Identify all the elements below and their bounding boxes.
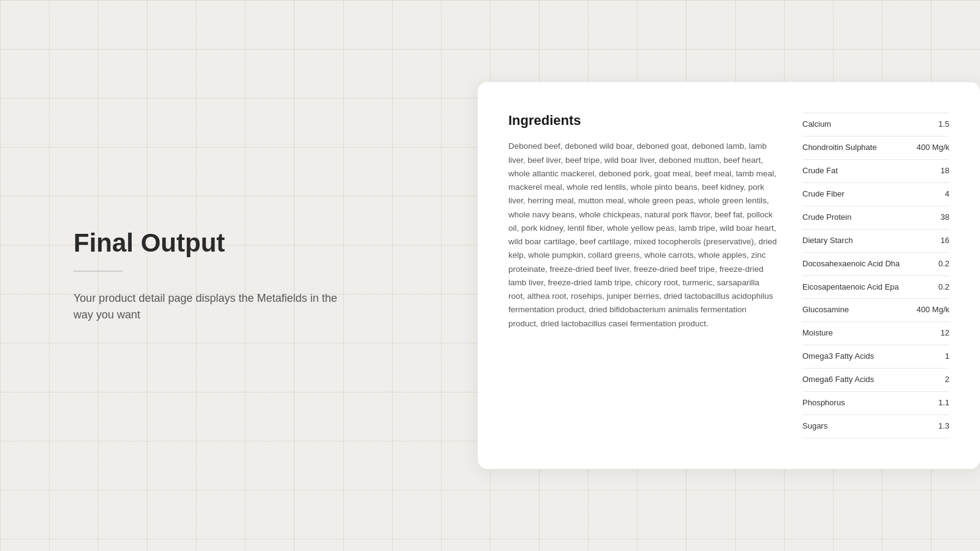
subtitle: Your product detail page displays the Me… (74, 290, 355, 323)
nutrition-row: Eicosapentaenoic Acid Epa0.2 (802, 276, 949, 299)
main-title: Final Output (74, 228, 404, 258)
nutrition-row: Crude Fiber4 (802, 182, 949, 206)
page-container: Final Output Your product detail page di… (0, 0, 980, 551)
nutrition-value: 1 (910, 345, 949, 369)
nutrition-name: Dietary Starch (802, 229, 910, 252)
nutrition-table: Calcium1.5Chondroitin Sulphate400 Mg/kCr… (802, 113, 949, 438)
nutrition-row: Sugars1.3 (802, 414, 949, 438)
nutrition-name: Crude Protein (802, 206, 910, 229)
nutrition-value: 16 (910, 229, 949, 252)
nutrition-row: Moisture12 (802, 322, 949, 345)
nutrition-value: 0.2 (910, 252, 949, 276)
nutrition-value: 2 (910, 369, 949, 392)
nutrition-row: Omega3 Fatty Acids1 (802, 345, 949, 369)
nutrition-value: 1.1 (910, 391, 949, 414)
nutrition-value: 1.5 (910, 113, 949, 137)
nutrition-row: Crude Fat18 (802, 160, 949, 183)
ingredients-title: Ingredients (508, 113, 778, 129)
nutrition-value: 400 Mg/k (910, 299, 949, 322)
nutrition-section: Calcium1.5Chondroitin Sulphate400 Mg/kCr… (802, 113, 949, 438)
nutrition-name: Sugars (802, 414, 910, 438)
nutrition-value: 400 Mg/k (910, 137, 949, 160)
nutrition-name: Omega3 Fatty Acids (802, 345, 910, 369)
nutrition-name: Eicosapentaenoic Acid Epa (802, 276, 910, 299)
nutrition-value: 38 (910, 206, 949, 229)
nutrition-row: Chondroitin Sulphate400 Mg/k (802, 137, 949, 160)
nutrition-value: 18 (910, 160, 949, 183)
nutrition-row: Phosphorus1.1 (802, 391, 949, 414)
nutrition-row: Crude Protein38 (802, 206, 949, 229)
nutrition-row: Calcium1.5 (802, 113, 949, 137)
nutrition-name: Crude Fat (802, 160, 910, 183)
ingredients-text: Deboned beef, deboned wild boar, deboned… (508, 140, 778, 331)
nutrition-name: Moisture (802, 322, 910, 345)
nutrition-value: 1.3 (910, 414, 949, 438)
nutrition-row: Dietary Starch16 (802, 229, 949, 252)
nutrition-name: Chondroitin Sulphate (802, 137, 910, 160)
nutrition-name: Glucosamine (802, 299, 910, 322)
nutrition-row: Docosahexaenoic Acid Dha0.2 (802, 252, 949, 276)
nutrition-name: Omega6 Fatty Acids (802, 369, 910, 392)
nutrition-name: Calcium (802, 113, 910, 137)
nutrition-value: 12 (910, 322, 949, 345)
nutrition-value: 4 (910, 182, 949, 206)
nutrition-name: Phosphorus (802, 391, 910, 414)
nutrition-row: Omega6 Fatty Acids2 (802, 369, 949, 392)
title-divider (74, 271, 123, 272)
nutrition-name: Crude Fiber (802, 182, 910, 206)
right-section: Ingredients Deboned beef, deboned wild b… (478, 58, 980, 493)
product-card: Ingredients Deboned beef, deboned wild b… (478, 82, 980, 468)
nutrition-row: Glucosamine400 Mg/k (802, 299, 949, 322)
nutrition-name: Docosahexaenoic Acid Dha (802, 252, 910, 276)
ingredients-section: Ingredients Deboned beef, deboned wild b… (508, 113, 778, 438)
left-section: Final Output Your product detail page di… (0, 179, 478, 372)
nutrition-value: 0.2 (910, 276, 949, 299)
